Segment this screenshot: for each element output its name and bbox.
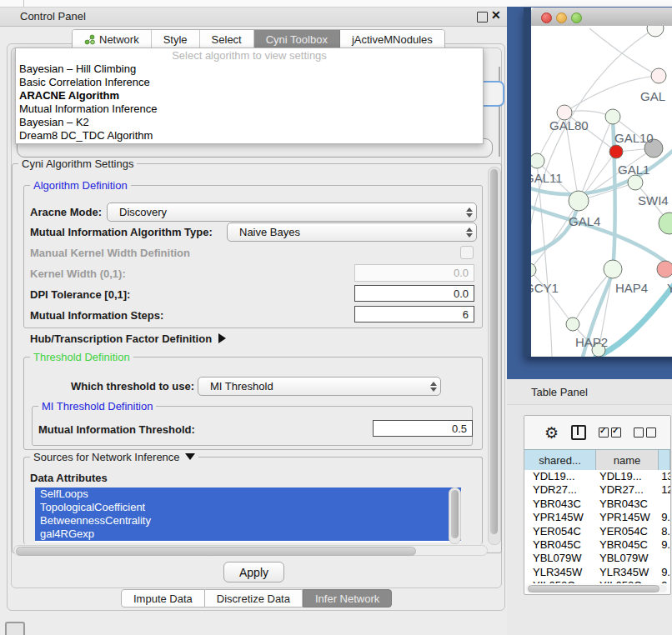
table-cell: 8. [659,525,670,538]
export-table-icon[interactable] [669,424,671,441]
table-cell: 9 [659,579,670,583]
table-cell: 9. [659,538,670,552]
node-label: SWI4 [638,193,669,208]
kernel-width-field[interactable]: 0.0 [354,264,474,282]
table-row[interactable]: YBL079WYBL079W [524,552,670,565]
network-node[interactable] [647,26,664,37]
manual-kernel-width-checkbox[interactable] [460,246,474,259]
tab-network[interactable]: Network [73,30,152,49]
settings-vscrollbar-thumb[interactable] [490,169,498,534]
table-column-header[interactable]: shared... [524,450,596,471]
node-label: GAL80 [549,118,589,132]
table-cell: YBR043C [524,498,596,511]
settings-hscrollbar-thumb[interactable] [16,547,416,556]
mi-steps-field[interactable]: 6 [354,306,474,322]
expand-right-icon [218,333,226,343]
deselect-all-icon[interactable] [634,428,656,438]
minimize-traffic-icon[interactable] [556,12,567,23]
table-row[interactable]: YIL052CYIL052C9 [524,579,670,583]
settings-hscrollbar[interactable] [13,545,488,556]
table-cell [659,552,670,565]
table-body: YDL19...YDL19...13YDR27...YDR27...12YBR0… [524,470,670,583]
table-hscrollbar[interactable] [526,585,667,592]
attributes-scrollbar[interactable] [449,488,461,544]
data-attribute-item[interactable]: SelfLoops [35,488,461,501]
close-traffic-icon[interactable] [541,12,552,23]
algorithm-dropdown-list: Select algorithm to view settings Bayesi… [15,48,484,144]
network-node-gal4[interactable] [569,191,589,211]
gear-icon[interactable]: ⚙ [544,425,559,441]
network-node-hap4[interactable] [604,260,622,278]
network-node[interactable] [659,212,672,234]
table-cell: YIL052C [524,579,596,583]
attributes-scrollbar-thumb[interactable] [451,490,459,538]
tab-select[interactable]: Select [200,30,254,49]
mi-algorithm-type-combo[interactable]: Naive Bayes [227,222,477,242]
tab-discretize-data[interactable]: Discretize Data [205,589,303,608]
data-attribute-item[interactable]: gal4RGexp [35,528,461,541]
close-icon[interactable]: ✕ [491,8,501,22]
algorithm-option[interactable]: Bayesian – K2 [16,116,483,129]
table-row[interactable]: YDL19...YDL19...13 [524,470,670,483]
sources-title[interactable]: Sources for Network Inference [30,451,198,463]
table-row[interactable]: YBR045CYBR045C9. [524,538,670,552]
aracne-mode-combo[interactable]: Discovery [107,202,477,222]
aracne-mode-label: Aracne Mode: [30,206,102,218]
combo-stepper-icon [463,208,476,218]
tab-jactivemnodules[interactable]: jActiveMNodules [340,30,444,49]
select-all-icon[interactable] [599,428,621,438]
algorithm-option[interactable]: Bayesian – Hill Climbing [16,62,483,76]
table-cell: YLR345W [596,566,659,579]
tab-impute-data[interactable]: Impute Data [121,589,205,608]
column-layout-icon[interactable] [571,425,586,440]
data-attributes-list[interactable]: SelfLoopsTopologicalCoefficientBetweenne… [35,488,461,542]
network-node-swi4[interactable] [628,175,643,190]
apply-button[interactable]: Apply [223,562,284,582]
data-attribute-item[interactable]: TopologicalCoefficient [35,501,461,514]
mi-threshold-field[interactable]: 0.5 [373,420,473,437]
tab-cyni-toolbox[interactable]: Cyni Toolbox [254,30,340,49]
toolbox-mode-tabs: Impute Data Discretize Data Infer Networ… [121,589,392,608]
zoom-traffic-icon[interactable] [571,12,582,23]
tab-style[interactable]: Style [152,30,200,49]
table-row[interactable]: YLR345WYLR345W9. [524,566,670,579]
network-node-gcy1[interactable] [531,263,536,277]
network-canvas[interactable]: GAL80GAL10GALGAL1GAL11SWI4GAL4GCY1HAP4YH… [531,26,672,357]
algorithm-option[interactable]: ARACNE Algorithm [16,89,483,102]
table-column-header[interactable] [659,450,670,471]
network-icon [84,34,95,45]
which-threshold-combo[interactable]: MI Threshold [198,377,441,396]
table-cell: YBL079W [524,552,596,565]
table-row[interactable]: YBR043CYBR043C [524,498,670,511]
application-window: Control Panel ✕ Network Style Select Cyn… [0,0,672,635]
network-node-y[interactable] [657,261,672,278]
network-node-gal11[interactable] [531,153,544,168]
kernel-width-label: Kernel Width (0,1): [30,268,126,280]
float-panel-icon[interactable] [477,12,488,22]
data-attribute-item[interactable]: BetweennessCentrality [35,514,461,528]
algorithm-option[interactable]: Mutual Information Inference [16,102,483,116]
tab-infer-network[interactable]: Infer Network [303,589,392,608]
table-cell: YDR27... [596,483,659,497]
table-row[interactable]: YDR27...YDR27...12 [524,483,670,497]
hub-definition-toggle[interactable]: Hub/Transcription Factor Definition [30,332,226,345]
table-cell: YLR345W [524,566,596,579]
settings-vscrollbar[interactable] [488,167,501,545]
algorithm-option[interactable]: Basic Correlation Inference [16,76,483,89]
network-node-hap2[interactable] [566,318,579,331]
toolbar-separator [23,0,24,7]
dock-panel-button[interactable] [5,622,25,635]
table-cell: 12 [659,483,670,497]
table-row[interactable]: YPR145WYPR145W9. [524,511,670,524]
node-label: GAL11 [531,171,563,185]
dpi-tolerance-field[interactable]: 0.0 [354,285,474,302]
network-window-titlebar[interactable] [531,8,672,27]
network-node-gal[interactable] [651,68,666,83]
algorithm-option[interactable]: Dream8 DC_TDC Algorithm [16,129,483,142]
table-column-header[interactable]: name [596,450,659,471]
table-row[interactable]: YER054CYER054C8. [524,525,670,538]
table-hscrollbar-thumb[interactable] [528,585,659,592]
network-node-gal1[interactable] [609,145,623,158]
table-cell [659,498,670,511]
network-node-gal10[interactable] [605,109,620,124]
